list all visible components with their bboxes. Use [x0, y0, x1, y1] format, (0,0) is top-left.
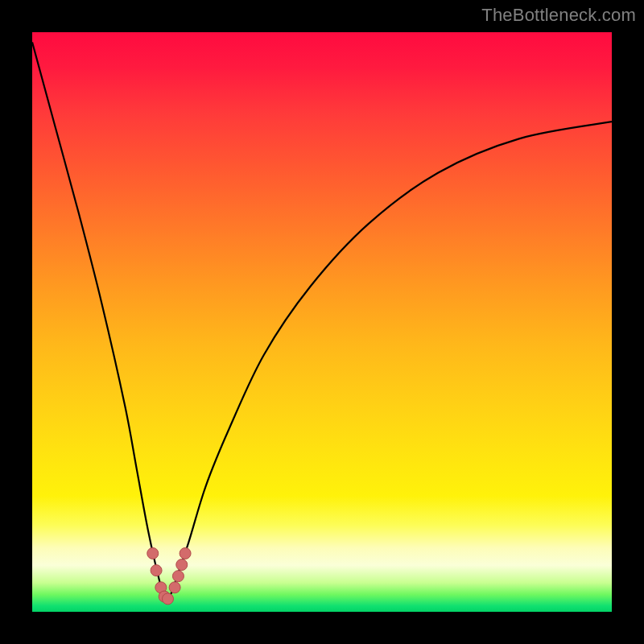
marker-dot	[162, 593, 173, 605]
marker-dot	[172, 571, 184, 582]
bottleneck-curve	[32, 42, 612, 599]
marker-dot	[151, 565, 162, 576]
watermark-text: TheBottleneck.com	[481, 5, 636, 26]
marker-dot	[169, 582, 180, 593]
chart-frame: TheBottleneck.com	[0, 0, 644, 644]
marker-dot	[176, 559, 188, 571]
marker-dot	[180, 547, 191, 559]
chart-svg	[32, 32, 612, 612]
marker-dot	[147, 547, 159, 559]
min-markers	[147, 547, 191, 604]
plot-area	[32, 32, 612, 612]
